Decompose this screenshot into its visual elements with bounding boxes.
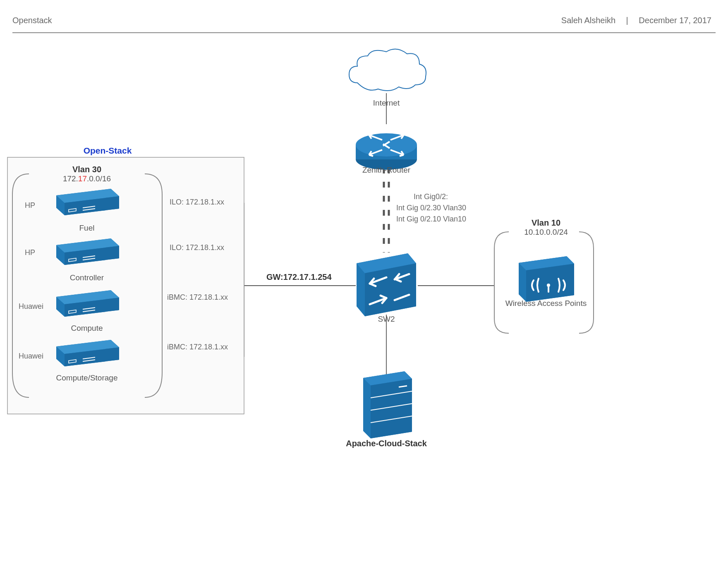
wap-bracket-right <box>579 232 594 333</box>
iface-line-2: Int Gig 0/2.30 Vlan30 <box>396 202 466 214</box>
internet-label: Internet <box>353 99 419 108</box>
server-mgmt-1: ILO: 172.18.1.xx <box>170 243 224 252</box>
vlan30-subnet: 172.17.0.0/16 <box>46 174 128 183</box>
router-icon <box>356 133 417 170</box>
wap-label: Wireless Access Points <box>503 298 589 309</box>
server-name-2: Compute <box>50 324 124 333</box>
server-vendor-0: HP <box>25 201 35 210</box>
server-vendor-2: Huawei <box>19 302 43 311</box>
server-mgmt-2: iBMC: 172.18.1.xx <box>167 293 228 302</box>
svg-marker-15 <box>526 264 574 302</box>
svg-marker-8 <box>371 379 412 438</box>
server-name-3: Compute/Storage <box>41 373 132 383</box>
router-label: Zenith-Router <box>345 166 428 175</box>
server-mgmt-0: ILO: 172.18.1.xx <box>170 198 224 207</box>
server-mgmt-3: iBMC: 172.18.1.xx <box>167 343 228 351</box>
server-name-0: Fuel <box>50 224 124 233</box>
iface-line-3: Int Gig 0/2.10 Vlan10 <box>396 214 466 225</box>
apache-server-icon <box>363 371 412 438</box>
router-interfaces: Int Gig0/2: Int Gig 0/2.30 Vlan30 Int Gi… <box>396 191 466 225</box>
vlan10-title: Vlan 10 <box>505 218 587 228</box>
vlan30-block: Vlan 30 172.17.0.0/16 <box>46 165 128 183</box>
vlan10-subnet: 10.10.0.0/24 <box>505 228 587 237</box>
cloud-icon <box>349 49 426 91</box>
switch-icon <box>357 253 416 316</box>
svg-point-2 <box>356 133 417 156</box>
iface-line-1: Int Gig0/2: <box>396 191 466 202</box>
vlan30-title: Vlan 30 <box>46 165 128 174</box>
vlan10-block: Vlan 10 10.10.0.0/24 <box>505 218 587 237</box>
gateway-label: GW:172.17.1.254 <box>266 272 332 282</box>
server-vendor-3: Huawei <box>19 352 43 361</box>
wap-bracket-left <box>494 232 509 333</box>
server-name-1: Controller <box>50 273 124 282</box>
server-vendor-1: HP <box>25 248 35 257</box>
switch-label: SW2 <box>362 315 411 324</box>
apache-label: Apache-Cloud-Stack <box>333 439 440 448</box>
openstack-title: Open-Stack <box>58 146 157 156</box>
wap-icon <box>519 256 574 302</box>
